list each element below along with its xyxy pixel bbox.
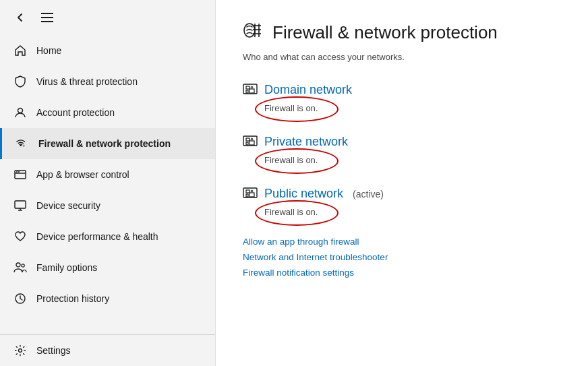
sidebar-item-settings-label: Settings: [36, 345, 71, 356]
svg-rect-30: [246, 142, 248, 145]
page-header: Firewall & network protection: [243, 20, 561, 45]
firewall-page-icon: [243, 20, 263, 45]
svg-rect-1: [41, 17, 53, 18]
svg-point-8: [16, 171, 18, 173]
clock-icon: [13, 292, 27, 305]
browser-icon: [13, 168, 27, 181]
svg-rect-27: [251, 86, 253, 88]
private-network-header: Private network: [243, 133, 561, 151]
sidebar-item-device-security[interactable]: Device security: [0, 190, 215, 221]
sidebar: Home Virus & threat protection Account p…: [0, 0, 216, 366]
back-button[interactable]: [11, 8, 30, 27]
sidebar-item-account[interactable]: Account protection: [0, 97, 215, 128]
page-title: Firewall & network protection: [272, 22, 498, 43]
svg-point-14: [22, 264, 24, 267]
svg-rect-34: [246, 190, 249, 193]
sidebar-item-firewall[interactable]: + Firewall & network protection: [0, 128, 215, 159]
domain-network-header: Domain network: [243, 81, 561, 99]
svg-rect-31: [249, 141, 254, 145]
gear-icon: [13, 344, 27, 357]
sidebar-top: [0, 0, 215, 35]
page-subtitle: Who and what can access your networks.: [243, 52, 561, 62]
sidebar-item-account-label: Account protection: [36, 107, 115, 118]
domain-network-icon: [243, 81, 258, 99]
person-icon: [13, 106, 27, 119]
sidebar-item-device-security-label: Device security: [36, 200, 100, 211]
monitor-icon: [13, 199, 27, 212]
allow-app-link[interactable]: Allow an app through firewall: [243, 237, 561, 247]
links-section: Allow an app through firewall Network an…: [243, 237, 561, 278]
public-network-item: Public network (active) Firewall is on.: [243, 185, 561, 218]
svg-rect-24: [246, 86, 249, 89]
svg-point-4: [20, 144, 22, 146]
svg-rect-29: [246, 138, 249, 141]
svg-rect-2: [41, 21, 53, 22]
public-network-link[interactable]: Public network: [264, 187, 343, 201]
svg-rect-25: [246, 90, 248, 93]
wifi-icon: +: [16, 137, 29, 150]
private-network-link[interactable]: Private network: [264, 135, 348, 149]
svg-rect-32: [251, 138, 253, 140]
sidebar-item-family[interactable]: Family options: [0, 252, 215, 283]
domain-network-link[interactable]: Domain network: [264, 83, 352, 97]
home-icon: [13, 44, 27, 57]
sidebar-item-settings[interactable]: Settings: [0, 335, 215, 366]
public-network-icon: [243, 185, 258, 203]
sidebar-item-app-browser[interactable]: App & browser control: [0, 159, 215, 190]
domain-firewall-status: Firewall is on.: [264, 103, 318, 113]
svg-rect-35: [246, 194, 248, 197]
svg-point-9: [18, 171, 20, 173]
private-network-icon: [243, 133, 258, 151]
notification-settings-link[interactable]: Firewall notification settings: [243, 268, 561, 278]
sidebar-item-history-label: Protection history: [36, 293, 109, 304]
private-firewall-status: Firewall is on.: [264, 155, 318, 165]
private-network-item: Private network Firewall is on.: [243, 133, 561, 166]
svg-rect-0: [41, 13, 53, 14]
svg-text:+: +: [22, 143, 25, 149]
public-network-header: Public network (active): [243, 185, 561, 203]
sidebar-item-home-label: Home: [36, 45, 61, 56]
sidebar-item-history[interactable]: Protection history: [0, 283, 215, 314]
sidebar-item-device-health[interactable]: Device performance & health: [0, 221, 215, 252]
public-firewall-status: Firewall is on.: [264, 207, 318, 217]
shield-icon: [13, 75, 27, 88]
svg-rect-36: [249, 193, 254, 197]
sidebar-item-virus-label: Virus & threat protection: [36, 76, 138, 87]
public-firewall-status-circled: Firewall is on.: [264, 206, 318, 218]
sidebar-item-virus[interactable]: Virus & threat protection: [0, 66, 215, 97]
svg-point-16: [19, 349, 22, 353]
domain-firewall-status-circled: Firewall is on.: [264, 102, 318, 114]
svg-rect-37: [251, 190, 253, 192]
sidebar-item-home[interactable]: Home: [0, 35, 215, 66]
hamburger-button[interactable]: [38, 8, 57, 27]
people-icon: [13, 261, 27, 274]
private-firewall-status-circled: Firewall is on.: [264, 154, 318, 166]
sidebar-item-device-health-label: Device performance & health: [36, 231, 158, 242]
troubleshooter-link[interactable]: Network and Internet troubleshooter: [243, 252, 561, 262]
sidebar-item-family-label: Family options: [36, 262, 97, 273]
svg-point-13: [16, 263, 20, 267]
main-content: Firewall & network protection Who and wh…: [216, 0, 588, 366]
heart-icon: [13, 230, 27, 243]
svg-point-3: [18, 109, 23, 113]
sidebar-item-firewall-label: Firewall & network protection: [38, 138, 171, 149]
sidebar-item-app-browser-label: App & browser control: [36, 169, 129, 180]
public-network-badge: (active): [353, 189, 384, 200]
svg-rect-10: [15, 201, 26, 208]
domain-network-item: Domain network Firewall is on.: [243, 81, 561, 114]
svg-rect-26: [249, 89, 254, 93]
sidebar-bottom: Settings: [0, 334, 215, 366]
